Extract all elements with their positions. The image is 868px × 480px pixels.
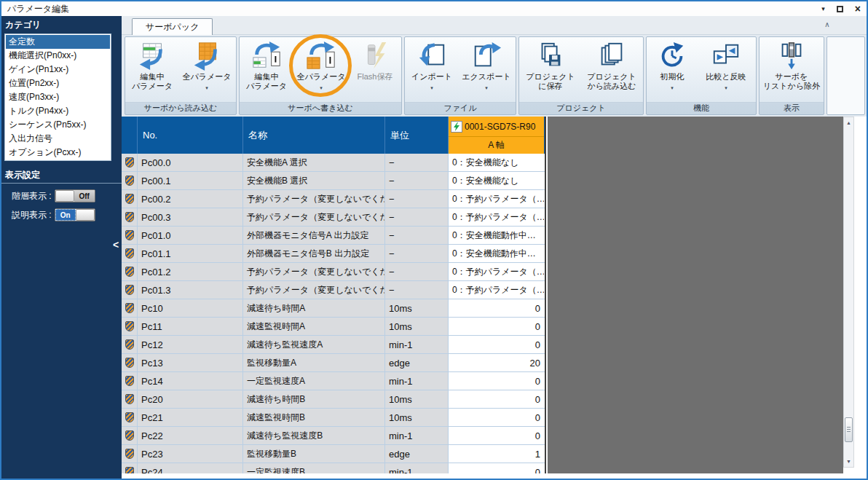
import-button[interactable]: インポート ▾	[406, 38, 458, 101]
write-editing-params-button[interactable]: 編集中 パラメータ	[240, 38, 293, 101]
sidebar-item[interactable]: オプション(Pcxx-)	[6, 146, 110, 160]
param-value-cell[interactable]: 20	[449, 354, 544, 371]
ribbon-collapse-icon[interactable]: ∧	[821, 20, 833, 31]
table-row[interactable]: Pc01.0外部機器モニタ信号A 出力設定−0：安全機能動作中…	[122, 227, 545, 245]
sidebar-item[interactable]: トルク(Pn4xx-)	[6, 104, 110, 118]
scroll-up-icon[interactable]: ▲	[844, 118, 853, 127]
table-row[interactable]: Pc13監視移動量Aedge20	[122, 354, 545, 372]
param-unit: 10ms	[385, 409, 449, 426]
param-value-cell[interactable]: 0	[449, 390, 544, 408]
param-no: Pc14	[138, 372, 243, 390]
table-row[interactable]: Pc00.1安全機能B 選択−0：安全機能なし	[122, 172, 545, 190]
group-write-to-servo: 編集中 パラメータ 全パラメータ ▾	[239, 36, 402, 115]
param-value-cell[interactable]: 0：予約パラメータ（…	[449, 190, 544, 208]
param-value-cell[interactable]: 0：予約パラメータ（…	[449, 208, 544, 226]
table-row[interactable]: Pc22減速待ち監視速度Bmin-10	[122, 427, 545, 445]
maximize-icon[interactable]	[837, 6, 843, 12]
param-shield-icon	[122, 372, 138, 390]
description-display-label: 説明表示 :	[12, 209, 52, 221]
table-row[interactable]: Pc14一定監視速度Amin-10	[122, 372, 545, 390]
param-unit: 10ms	[385, 390, 449, 408]
dropdown-arrow-icon[interactable]: ▾	[485, 83, 488, 93]
header-icon-column	[122, 117, 138, 154]
sidebar-item[interactable]: 入出力信号	[6, 132, 110, 146]
axis-column-header[interactable]: 0001-SGD7S-R90 A 軸	[449, 117, 544, 154]
param-value-cell[interactable]: 0	[449, 427, 544, 444]
table-row[interactable]: Pc00.3予約パラメータ（変更しないでください。）−0：予約パラメータ（…	[122, 208, 545, 227]
save-to-project-button[interactable]: プロジェクト に保存	[520, 38, 581, 101]
param-unit: −	[385, 281, 449, 299]
flash-save-button[interactable]: Flash保存	[350, 38, 401, 101]
dropdown-arrow-icon[interactable]: ▾	[320, 83, 323, 93]
scrollbar-thumb[interactable]	[845, 417, 853, 442]
table-row[interactable]: Pc21減速監視時間B10ms0	[122, 409, 545, 427]
dropdown-arrow-icon[interactable]: ▾	[430, 83, 433, 93]
compare-reflect-button[interactable]: 比較と反映 ▾	[697, 38, 755, 101]
remove-servo-from-list-button[interactable]: サーボを リストから除外	[760, 38, 823, 101]
sidebar-item[interactable]: 機能選択(Pn0xx-)	[6, 49, 110, 63]
param-value-cell[interactable]: 0：安全機能動作中…	[449, 245, 544, 262]
read-all-params-button[interactable]: 全パラメータ ▾	[178, 38, 235, 101]
hierarchy-display-toggle[interactable]: Off	[55, 189, 95, 202]
sidebar-item[interactable]: ゲイン(Pn1xx-)	[6, 63, 110, 76]
table-row[interactable]: Pc01.2予約パラメータ（変更しないでください。）−0：予約パラメータ（…	[122, 263, 545, 281]
param-unit: −	[385, 208, 449, 226]
table-row[interactable]: Pc00.2予約パラメータ（変更しないでください。）−0：予約パラメータ（…	[122, 190, 545, 208]
param-name: 一定監視速度B	[243, 463, 385, 473]
read-editing-params-button[interactable]: 編集中 パラメータ	[126, 38, 178, 101]
scroll-down-icon[interactable]: ▼	[844, 457, 853, 466]
param-shield-icon	[122, 409, 138, 426]
sidebar-item[interactable]: 速度(Pn3xx-)	[6, 90, 110, 104]
group-function: 初期化 ▾ 比較と反映 ▾ 機能	[646, 36, 757, 115]
close-icon[interactable]: ×	[855, 4, 861, 14]
param-value-cell[interactable]: 0：安全機能動作中…	[449, 227, 544, 244]
table-row[interactable]: Pc01.1外部機器モニタ信号B 出力設定−0：安全機能動作中…	[122, 245, 545, 263]
axis-label: A 軸	[449, 137, 544, 154]
parameter-edit-window: パラメータ編集 ▾ × カテゴリ 全定数機能選択(Pn0xx-)ゲイン(Pn1x…	[0, 0, 868, 480]
param-value-cell[interactable]: 0	[449, 463, 544, 473]
table-row[interactable]: Pc10減速待ち時間A10ms0	[122, 299, 545, 318]
table-row[interactable]: Pc11減速監視時間A10ms0	[122, 318, 545, 336]
param-value-cell[interactable]: 0	[449, 372, 544, 390]
param-no: Pc21	[138, 409, 243, 426]
table-row[interactable]: Pc24一定監視速度Bmin-10	[122, 463, 545, 473]
sidebar-item[interactable]: 全定数	[6, 35, 110, 49]
param-value-cell[interactable]: 0	[449, 336, 544, 353]
table-row[interactable]: Pc12減速待ち監視速度Amin-10	[122, 336, 545, 354]
param-shield-icon	[122, 245, 138, 262]
tab-servopack[interactable]: サーボパック	[132, 18, 213, 35]
table-row[interactable]: Pc00.0安全機能A 選択−0：安全機能なし	[122, 154, 545, 172]
param-name: 減速監視時間A	[243, 318, 385, 335]
table-row[interactable]: Pc20減速待ち時間B10ms0	[122, 390, 545, 409]
param-value-cell[interactable]: 0	[449, 299, 544, 317]
sidebar-item[interactable]: 位置(Pn2xx-)	[6, 76, 110, 90]
dropdown-arrow-icon[interactable]: ▾	[725, 83, 727, 93]
table-row[interactable]: Pc23監視移動量Bedge1	[122, 445, 545, 463]
param-shield-icon	[122, 227, 138, 244]
param-value-cell[interactable]: 0：安全機能なし	[449, 154, 544, 171]
param-value-cell[interactable]: 0	[449, 318, 544, 335]
initialize-button[interactable]: 初期化 ▾	[647, 38, 697, 101]
export-button[interactable]: エクスポート ▾	[458, 38, 515, 101]
param-value-cell[interactable]: 0	[449, 409, 544, 426]
remove-servo-from-list-icon	[776, 40, 807, 72]
dropdown-arrow-icon[interactable]: ▾	[671, 83, 674, 93]
vertical-scrollbar[interactable]: ▲ ▼	[843, 117, 854, 468]
param-no: Pc13	[138, 354, 243, 371]
description-display-toggle[interactable]: On	[55, 208, 95, 221]
param-no: Pc01.2	[138, 263, 243, 280]
param-value-cell[interactable]: 0：安全機能なし	[449, 172, 544, 189]
sidebar-item[interactable]: シーケンス(Pn5xx-)	[6, 118, 110, 132]
param-value-cell[interactable]: 0：予約パラメータ（…	[449, 263, 544, 280]
window-menu-icon[interactable]: ▾	[821, 6, 825, 12]
param-value-cell[interactable]: 1	[449, 445, 544, 463]
dropdown-arrow-icon[interactable]: ▾	[205, 83, 208, 93]
ribbon-tabstrip: サーボパック ∧	[122, 16, 867, 35]
load-from-project-button[interactable]: プロジェクト から読み込む	[581, 38, 642, 101]
sidebar-collapse-button[interactable]: <	[111, 239, 121, 251]
table-row[interactable]: Pc01.3予約パラメータ（変更しないでください。）−0：予約パラメータ（…	[122, 281, 545, 299]
button-label: 編集中 パラメータ	[132, 72, 173, 91]
param-no: Pc00.2	[138, 190, 243, 208]
param-value-cell[interactable]: 0：予約パラメータ（…	[449, 281, 544, 299]
write-all-params-button[interactable]: 全パラメータ ▾	[293, 38, 350, 101]
